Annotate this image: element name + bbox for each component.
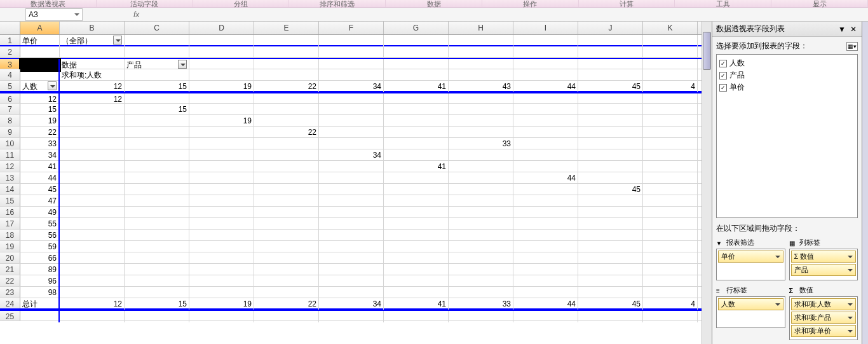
cell[interactable] [384,127,449,138]
cell[interactable]: 56 [20,230,60,241]
cell[interactable] [643,287,698,298]
name-box[interactable]: A3 [25,8,83,21]
cell[interactable] [578,138,643,149]
cell[interactable] [513,161,578,172]
cell[interactable] [384,195,449,207]
row-header[interactable]: 19 [0,241,20,252]
cell[interactable] [254,252,319,264]
cell[interactable] [578,69,643,81]
cell[interactable] [578,218,643,230]
cell[interactable] [60,149,125,161]
field-list[interactable]: ✓人数✓产品✓单价 [716,54,858,218]
cell[interactable] [125,311,189,322]
cell[interactable] [60,138,125,149]
cell[interactable]: 34 [319,81,384,92]
column-header[interactable]: J [578,22,643,34]
cell[interactable] [319,46,384,58]
cell[interactable] [643,104,698,115]
cell[interactable]: 19 [189,115,254,127]
row-header[interactable]: 9 [0,127,20,137]
cell[interactable]: 15 [125,104,189,115]
row-header[interactable]: 7 [0,104,20,114]
cell[interactable]: 22 [254,298,319,310]
cell[interactable] [578,230,643,241]
cell[interactable] [60,184,125,195]
cell[interactable] [513,104,578,115]
cell[interactable]: 4 [643,298,698,310]
cell[interactable] [125,35,189,46]
cell[interactable] [189,35,254,46]
cell[interactable] [125,149,189,161]
cell[interactable] [60,207,125,218]
cell[interactable] [513,149,578,161]
cell[interactable] [513,287,578,298]
cell[interactable]: 总计 [20,298,60,310]
row-header[interactable]: 15 [0,195,20,206]
cell[interactable]: 44 [513,298,578,310]
cell[interactable] [578,264,643,275]
ribbon-tab[interactable]: 显示 [771,0,868,7]
cell[interactable]: 15 [125,81,189,92]
row-header[interactable]: 4 [0,69,20,80]
cell[interactable] [319,241,384,252]
row-header[interactable]: 10 [0,138,20,149]
cell[interactable] [60,104,125,115]
cell[interactable] [643,311,698,322]
column-header[interactable]: E [254,22,319,34]
ribbon-tab[interactable]: 工具 [675,0,771,7]
cell[interactable] [189,311,254,322]
cell[interactable] [60,161,125,172]
cell[interactable] [643,264,698,275]
cell[interactable] [384,104,449,115]
cell[interactable] [319,195,384,207]
cell[interactable] [254,207,319,218]
cell[interactable] [60,127,125,138]
column-header[interactable]: K [643,22,698,34]
row-header[interactable]: 6 [0,93,20,103]
cell[interactable] [60,264,125,275]
cell[interactable] [449,69,513,81]
cell[interactable] [125,275,189,287]
row-header[interactable]: 13 [0,172,20,183]
cell[interactable]: 96 [20,275,60,287]
cell[interactable] [319,69,384,81]
cell[interactable] [125,287,189,298]
cell[interactable] [578,46,643,58]
cell[interactable]: 34 [20,149,60,161]
cell[interactable] [643,127,698,138]
cell[interactable] [189,241,254,252]
cell[interactable] [319,218,384,230]
cell[interactable] [319,184,384,195]
cell[interactable] [513,218,578,230]
cell[interactable] [384,252,449,264]
cell[interactable] [319,161,384,172]
cell[interactable]: 19 [20,115,60,127]
cell[interactable]: 22 [20,127,60,138]
filter-area[interactable]: 报表筛选 单价 [716,237,785,280]
row-header[interactable]: 18 [0,230,20,240]
cell[interactable] [125,195,189,207]
cell[interactable] [384,218,449,230]
column-header[interactable]: H [449,22,513,34]
cell[interactable] [319,172,384,184]
cell[interactable]: 49 [20,207,60,218]
cell[interactable] [513,241,578,252]
cell[interactable] [60,287,125,298]
chevron-down-icon[interactable] [848,269,853,272]
row-header[interactable]: 25 [0,311,20,320]
cell[interactable]: 66 [20,252,60,264]
row-header[interactable]: 14 [0,184,20,195]
cell[interactable] [60,230,125,241]
cell[interactable] [449,311,513,322]
checkbox-icon[interactable]: ✓ [719,72,727,79]
cell[interactable]: 55 [20,218,60,230]
cell[interactable] [578,127,643,138]
cell[interactable] [60,218,125,230]
cell[interactable]: 单价 [20,35,60,46]
cell[interactable] [20,311,60,322]
row-header[interactable]: 22 [0,275,20,286]
cell[interactable] [319,104,384,115]
cell[interactable] [643,218,698,230]
cell[interactable] [384,172,449,184]
cell[interactable] [254,46,319,58]
